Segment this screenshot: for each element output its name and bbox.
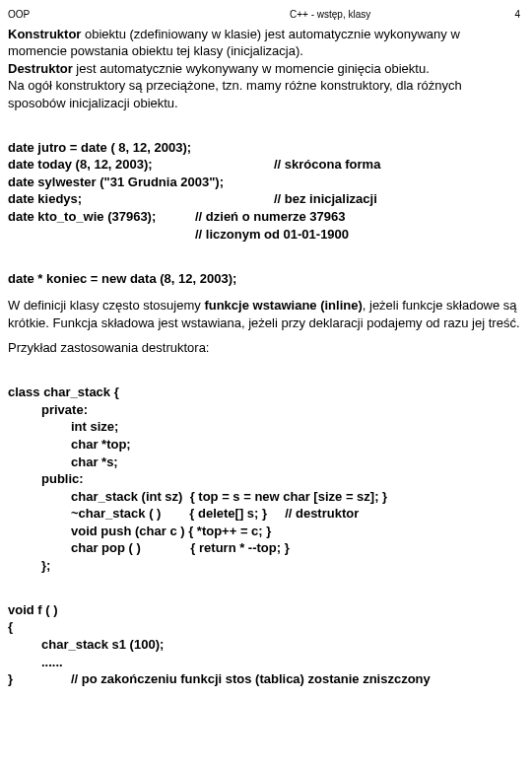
code-line: private: (8, 401, 88, 419)
text: W definicji klasy często stosujemy (8, 298, 204, 313)
code-comment: // dzień o numerze 37963 (195, 209, 345, 224)
code-line: }; (8, 557, 50, 575)
code-line: { (8, 619, 13, 634)
code-block-new: date * koniec = new data (8, 12, 2003); (8, 252, 520, 287)
header-left: OOP (8, 8, 290, 22)
code-line: void f ( ) (8, 602, 58, 617)
code-comment: // liczonym od 01-01-1900 (195, 227, 349, 242)
code-comment: // bez inicjalizacji (274, 191, 377, 206)
code-line: date * koniec = new data (8, 12, 2003); (8, 271, 236, 286)
text: jest automatycznie wykonywany w momencie… (73, 61, 430, 76)
code-line: ...... (8, 654, 63, 671)
code-comment: // destruktor (285, 506, 359, 521)
code-line: char_stack s1 (100); (8, 636, 164, 654)
paragraph-example-label: Przykład zastosowania destruktora: (8, 339, 520, 357)
code-line: date sylwester ("31 Grudnia 2003"); (8, 175, 224, 189)
code-line: ~char_stack ( ) { delete[] s; } (8, 505, 267, 523)
code-block-func: void f ( ) { char_stack s1 (100); ......… (8, 584, 520, 687)
code-block-class: class char_stack { private: int size; ch… (8, 367, 520, 575)
header-page: 4 (491, 8, 520, 22)
page-header: OOP C++ - wstęp, klasy 4 (8, 8, 520, 22)
code-comment: // skrócona forma (274, 157, 380, 172)
code-line: char *s; (8, 454, 118, 471)
code-line: } (8, 670, 71, 688)
code-comment: // po zakończeniu funkcji stos (tablica)… (71, 671, 431, 686)
code-line: char *top; (8, 436, 131, 454)
code-line: void push (char c ) { *top++ = c; } (8, 523, 271, 540)
paragraph-constructor: Konstruktor obiektu (zdefiniowany w klas… (8, 26, 520, 112)
code-line: date jutro = date ( 8, 12, 2003); (8, 140, 191, 155)
term-konstruktor: Konstruktor (8, 27, 81, 41)
paragraph-inline: W definicji klasy często stosujemy funkc… (8, 297, 520, 331)
term-inline: funkcje wstawiane (inline) (204, 298, 362, 313)
code-block-dates: date jutro = date ( 8, 12, 2003); date t… (8, 121, 520, 243)
header-mid: C++ - wstęp, klasy (290, 8, 491, 22)
code-line: class char_stack { (8, 384, 119, 399)
code-line: char pop ( ) { return * --top; } (8, 539, 290, 557)
code-line: char_stack (int sz) { top = s = new char… (8, 488, 387, 506)
code-line: date kiedys; (8, 190, 274, 208)
term-destruktor: Destruktor (8, 61, 73, 76)
code-line: int size; (8, 418, 118, 436)
code-line: date kto_to_wie (37963); (8, 208, 195, 226)
code-line: public: (8, 470, 84, 488)
text: Na ogół konstruktory są przeciążone, tzn… (8, 78, 462, 110)
code-line: date today (8, 12, 2003); (8, 156, 274, 174)
